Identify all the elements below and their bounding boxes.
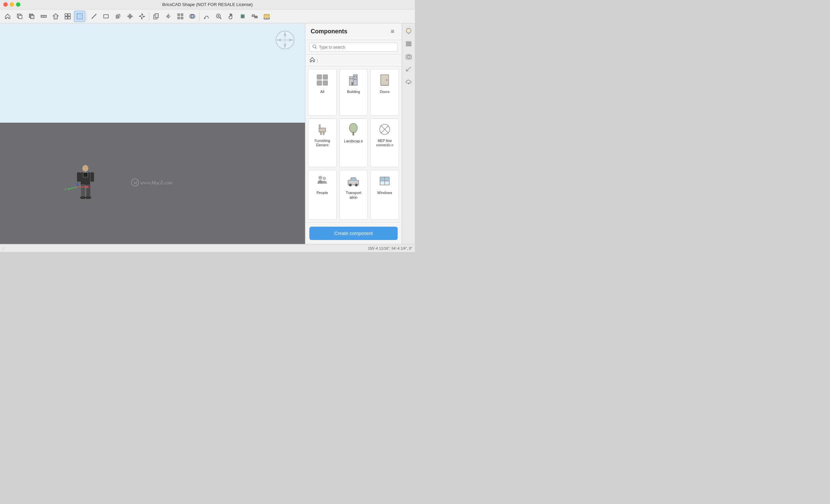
main-toolbar [0,9,415,23]
svg-line-92 [316,48,317,49]
components-panel: Components ≡ | [305,23,402,244]
svg-line-137 [406,67,411,71]
viewport-sky[interactable] [0,23,305,123]
arc-tool[interactable] [201,11,212,22]
transportation-icon [346,174,361,188]
svg-rect-105 [351,82,353,85]
svg-rect-111 [319,125,320,129]
create-btn-area: Create component [305,222,402,244]
mep-icon [377,122,392,137]
panel-menu-button[interactable]: ≡ [389,27,396,36]
svg-rect-115 [353,132,354,135]
create-component-button[interactable]: Create component [309,227,398,240]
component-tile-all[interactable]: All [308,69,337,116]
copy-tool[interactable] [151,11,162,22]
separator-1 [87,12,87,20]
array-tool[interactable] [175,11,186,22]
svg-point-44 [204,18,205,19]
maximize-button[interactable] [16,2,20,7]
svg-marker-87 [76,183,79,185]
svg-rect-73 [83,173,88,177]
svg-rect-19 [104,15,108,18]
boolean-tool[interactable] [187,11,198,22]
svg-marker-81 [87,186,89,188]
far-right-panel [402,23,415,244]
svg-rect-124 [352,178,355,180]
mep-label: MEP flow connectio n [373,139,397,147]
svg-point-123 [355,184,358,186]
svg-rect-98 [353,75,357,85]
separator-3 [199,12,200,20]
svg-line-46 [220,17,221,19]
search-input[interactable] [319,45,395,50]
svg-rect-34 [155,14,158,18]
balloon-icon-button[interactable] [404,26,414,36]
pan-tool[interactable] [136,11,148,22]
viewport[interactable]: X Y M www.MacZ.com [0,23,305,244]
wall-tool[interactable] [38,11,49,22]
components-grid: All Building [305,66,402,222]
box-tool[interactable] [14,11,25,22]
windows-icon [377,174,392,188]
svg-rect-1 [19,15,22,19]
compass [275,30,295,50]
rect-tool[interactable] [100,11,112,22]
move-tool[interactable] [124,11,136,22]
measure-tool[interactable] [261,11,272,22]
panel-header: Components ≡ [305,23,402,40]
zoom-tool[interactable] [213,11,224,22]
search-icon [312,44,317,50]
camera-icon-button[interactable] [404,51,414,61]
svg-rect-40 [178,17,180,19]
solid-tool[interactable] [26,11,37,22]
svg-rect-99 [350,78,351,79]
close-button[interactable] [3,2,8,7]
people-icon [315,174,330,188]
component-tile-windows[interactable]: Windows [370,170,399,220]
svg-rect-15 [65,17,67,19]
svg-rect-54 [255,16,257,18]
building-icon [346,73,361,87]
breadcrumb-home-button[interactable] [309,57,315,64]
component-tile-building[interactable]: Building [339,69,368,116]
svg-rect-38 [178,14,180,16]
viewport-ground[interactable]: X Y M www.MacZ.com [0,123,305,244]
svg-rect-128 [380,177,384,181]
push-pull-tool[interactable] [112,11,124,22]
line-tool[interactable] [88,11,100,22]
search-wrapper[interactable] [309,43,398,52]
home-tool[interactable] [2,11,13,22]
svg-marker-12 [53,14,58,19]
dimension-icon-button[interactable] [404,64,414,74]
component-tile-people[interactable]: People [308,170,337,220]
snap-tool[interactable] [237,11,248,22]
svg-rect-13 [65,14,67,16]
doors-icon [377,73,392,87]
minimize-button[interactable] [10,2,14,7]
titlebar: BricsCAD Shape (NOT FOR RESALE License) [0,0,415,9]
svg-rect-131 [406,42,411,43]
hand-tool[interactable] [225,11,236,22]
house-tool[interactable] [50,11,61,22]
component-tile-furnishing[interactable]: Furnishing Element [308,118,337,167]
component-tile-doors[interactable]: Doors [370,69,399,116]
svg-rect-50 [243,15,244,16]
svg-point-122 [349,184,352,186]
isolate-tool[interactable] [249,11,260,22]
select-tool[interactable] [74,11,85,22]
svg-point-70 [82,165,88,172]
cloud-icon-button[interactable] [404,77,414,87]
all-label: All [320,89,324,94]
svg-rect-132 [406,43,411,44]
component-tile-landscape[interactable]: Landscap e [339,118,368,167]
svg-rect-133 [406,45,411,46]
svg-rect-96 [323,81,328,85]
search-bar [305,40,402,55]
mirror-tool[interactable] [163,11,174,22]
breadcrumb-separator: | [317,58,318,63]
viewport-tool[interactable] [62,11,73,22]
svg-rect-93 [317,75,322,79]
component-tile-transportation[interactable]: Transport ation [339,170,368,220]
component-tile-mep[interactable]: MEP flow connectio n [370,118,399,167]
layers-icon-button[interactable] [404,39,414,49]
